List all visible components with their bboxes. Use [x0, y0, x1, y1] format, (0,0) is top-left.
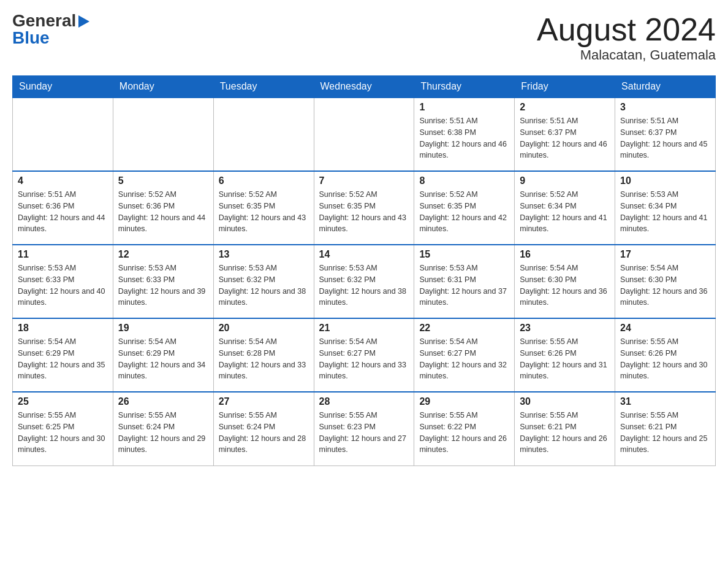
weekday-header-thursday: Thursday	[414, 76, 515, 98]
logo: General Blue	[12, 12, 89, 47]
weekday-header-wednesday: Wednesday	[314, 76, 414, 98]
day-info: Sunrise: 5:55 AMSunset: 6:24 PMDaylight:…	[118, 410, 208, 456]
day-number: 26	[118, 396, 208, 407]
day-number: 29	[419, 396, 509, 407]
weekday-header-monday: Monday	[113, 76, 213, 98]
day-number: 20	[219, 323, 309, 334]
calendar-cell: 3Sunrise: 5:51 AMSunset: 6:37 PMDaylight…	[615, 98, 716, 171]
page-header: General Blue August 2024 Malacatan, Guat…	[12, 12, 716, 63]
calendar-cell: 17Sunrise: 5:54 AMSunset: 6:30 PMDayligh…	[615, 245, 716, 318]
day-info: Sunrise: 5:55 AMSunset: 6:25 PMDaylight:…	[18, 410, 108, 456]
weekday-header-friday: Friday	[515, 76, 615, 98]
day-info: Sunrise: 5:51 AMSunset: 6:36 PMDaylight:…	[18, 189, 108, 235]
calendar-cell: 22Sunrise: 5:54 AMSunset: 6:27 PMDayligh…	[414, 318, 515, 392]
calendar-week-2: 11Sunrise: 5:53 AMSunset: 6:33 PMDayligh…	[13, 245, 716, 318]
calendar-cell: 27Sunrise: 5:55 AMSunset: 6:24 PMDayligh…	[213, 392, 314, 465]
calendar-cell: 6Sunrise: 5:52 AMSunset: 6:35 PMDaylight…	[213, 171, 314, 245]
day-number: 3	[620, 102, 710, 113]
day-info: Sunrise: 5:54 AMSunset: 6:29 PMDaylight:…	[118, 336, 208, 382]
day-number: 10	[620, 175, 710, 186]
day-info: Sunrise: 5:55 AMSunset: 6:21 PMDaylight:…	[520, 410, 610, 456]
day-info: Sunrise: 5:53 AMSunset: 6:34 PMDaylight:…	[620, 189, 710, 235]
day-info: Sunrise: 5:55 AMSunset: 6:24 PMDaylight:…	[219, 410, 309, 456]
calendar-week-3: 18Sunrise: 5:54 AMSunset: 6:29 PMDayligh…	[13, 318, 716, 392]
calendar-cell: 29Sunrise: 5:55 AMSunset: 6:22 PMDayligh…	[414, 392, 515, 465]
month-title: August 2024	[537, 12, 716, 47]
day-info: Sunrise: 5:53 AMSunset: 6:31 PMDaylight:…	[419, 262, 509, 308]
calendar-cell	[13, 98, 113, 171]
calendar-cell: 25Sunrise: 5:55 AMSunset: 6:25 PMDayligh…	[13, 392, 113, 465]
day-info: Sunrise: 5:54 AMSunset: 6:27 PMDaylight:…	[419, 336, 509, 382]
day-number: 31	[620, 396, 710, 407]
day-info: Sunrise: 5:53 AMSunset: 6:33 PMDaylight:…	[18, 262, 108, 308]
calendar-cell: 10Sunrise: 5:53 AMSunset: 6:34 PMDayligh…	[615, 171, 716, 245]
calendar-cell: 1Sunrise: 5:51 AMSunset: 6:38 PMDaylight…	[414, 98, 515, 171]
day-info: Sunrise: 5:54 AMSunset: 6:27 PMDaylight:…	[319, 336, 409, 382]
calendar-cell: 31Sunrise: 5:55 AMSunset: 6:21 PMDayligh…	[615, 392, 716, 465]
day-number: 16	[520, 249, 610, 260]
calendar-cell: 7Sunrise: 5:52 AMSunset: 6:35 PMDaylight…	[314, 171, 414, 245]
calendar-cell	[113, 98, 213, 171]
day-number: 28	[319, 396, 409, 407]
day-info: Sunrise: 5:54 AMSunset: 6:28 PMDaylight:…	[219, 336, 309, 382]
day-number: 6	[219, 175, 309, 186]
day-info: Sunrise: 5:55 AMSunset: 6:26 PMDaylight:…	[620, 336, 710, 382]
calendar-cell: 30Sunrise: 5:55 AMSunset: 6:21 PMDayligh…	[515, 392, 615, 465]
day-info: Sunrise: 5:51 AMSunset: 6:37 PMDaylight:…	[520, 115, 610, 161]
day-number: 23	[520, 323, 610, 334]
day-number: 14	[319, 249, 409, 260]
day-info: Sunrise: 5:54 AMSunset: 6:29 PMDaylight:…	[18, 336, 108, 382]
weekday-header-sunday: Sunday	[13, 76, 113, 98]
calendar-week-0: 1Sunrise: 5:51 AMSunset: 6:38 PMDaylight…	[13, 98, 716, 171]
calendar-table: SundayMondayTuesdayWednesdayThursdayFrid…	[12, 75, 716, 466]
calendar-cell: 21Sunrise: 5:54 AMSunset: 6:27 PMDayligh…	[314, 318, 414, 392]
day-number: 17	[620, 249, 710, 260]
calendar-cell: 23Sunrise: 5:55 AMSunset: 6:26 PMDayligh…	[515, 318, 615, 392]
day-number: 8	[419, 175, 509, 186]
day-number: 22	[419, 323, 509, 334]
weekday-header-tuesday: Tuesday	[213, 76, 314, 98]
calendar-cell: 28Sunrise: 5:55 AMSunset: 6:23 PMDayligh…	[314, 392, 414, 465]
calendar-cell: 4Sunrise: 5:51 AMSunset: 6:36 PMDaylight…	[13, 171, 113, 245]
day-info: Sunrise: 5:51 AMSunset: 6:38 PMDaylight:…	[419, 115, 509, 161]
day-number: 4	[18, 175, 108, 186]
location-title: Malacatan, Guatemala	[537, 47, 716, 63]
calendar-cell: 15Sunrise: 5:53 AMSunset: 6:31 PMDayligh…	[414, 245, 515, 318]
calendar-cell: 5Sunrise: 5:52 AMSunset: 6:36 PMDaylight…	[113, 171, 213, 245]
calendar-cell: 2Sunrise: 5:51 AMSunset: 6:37 PMDaylight…	[515, 98, 615, 171]
day-number: 9	[520, 175, 610, 186]
day-number: 19	[118, 323, 208, 334]
weekday-header-saturday: Saturday	[615, 76, 716, 98]
day-number: 18	[18, 323, 108, 334]
logo-general-text: General	[12, 12, 76, 29]
calendar-cell: 8Sunrise: 5:52 AMSunset: 6:35 PMDaylight…	[414, 171, 515, 245]
calendar-cell: 19Sunrise: 5:54 AMSunset: 6:29 PMDayligh…	[113, 318, 213, 392]
day-info: Sunrise: 5:55 AMSunset: 6:26 PMDaylight:…	[520, 336, 610, 382]
day-number: 25	[18, 396, 108, 407]
day-number: 11	[18, 249, 108, 260]
calendar-cell: 26Sunrise: 5:55 AMSunset: 6:24 PMDayligh…	[113, 392, 213, 465]
calendar-cell	[213, 98, 314, 171]
calendar-week-1: 4Sunrise: 5:51 AMSunset: 6:36 PMDaylight…	[13, 171, 716, 245]
day-number: 13	[219, 249, 309, 260]
day-info: Sunrise: 5:53 AMSunset: 6:32 PMDaylight:…	[219, 262, 309, 308]
day-info: Sunrise: 5:54 AMSunset: 6:30 PMDaylight:…	[620, 262, 710, 308]
day-info: Sunrise: 5:53 AMSunset: 6:32 PMDaylight:…	[319, 262, 409, 308]
calendar-cell	[314, 98, 414, 171]
day-number: 12	[118, 249, 208, 260]
weekday-header-row: SundayMondayTuesdayWednesdayThursdayFrid…	[13, 76, 716, 98]
day-info: Sunrise: 5:55 AMSunset: 6:22 PMDaylight:…	[419, 410, 509, 456]
calendar-week-4: 25Sunrise: 5:55 AMSunset: 6:25 PMDayligh…	[13, 392, 716, 465]
day-number: 5	[118, 175, 208, 186]
calendar-body: 1Sunrise: 5:51 AMSunset: 6:38 PMDaylight…	[13, 98, 716, 465]
day-info: Sunrise: 5:52 AMSunset: 6:35 PMDaylight:…	[419, 189, 509, 235]
day-info: Sunrise: 5:55 AMSunset: 6:21 PMDaylight:…	[620, 410, 710, 456]
day-info: Sunrise: 5:53 AMSunset: 6:33 PMDaylight:…	[118, 262, 208, 308]
calendar-cell: 16Sunrise: 5:54 AMSunset: 6:30 PMDayligh…	[515, 245, 615, 318]
day-number: 27	[219, 396, 309, 407]
day-info: Sunrise: 5:54 AMSunset: 6:30 PMDaylight:…	[520, 262, 610, 308]
calendar-cell: 20Sunrise: 5:54 AMSunset: 6:28 PMDayligh…	[213, 318, 314, 392]
day-info: Sunrise: 5:52 AMSunset: 6:36 PMDaylight:…	[118, 189, 208, 235]
day-number: 7	[319, 175, 409, 186]
logo-blue-text: Blue	[12, 29, 50, 47]
